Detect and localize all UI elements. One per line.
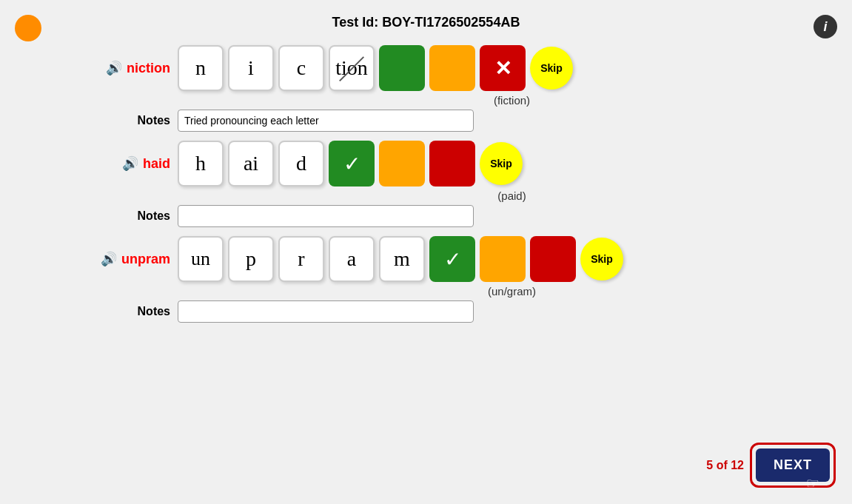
- score-red-unpram[interactable]: [530, 236, 576, 282]
- info-icon[interactable]: i: [814, 15, 837, 38]
- page-count: 5 of 12: [706, 459, 744, 472]
- word-row-unpram: 🔊 unpram un p r a m ✓ Skip: [89, 236, 852, 282]
- audio-icon-niction[interactable]: 🔊: [106, 60, 122, 76]
- audio-label-unpram[interactable]: 🔊 unpram: [89, 251, 170, 267]
- letter-h: h: [178, 141, 224, 187]
- check-mark-unpram: ✓: [444, 247, 461, 272]
- check-mark-haid: ✓: [343, 152, 360, 176]
- word-hint-haid: (paid): [172, 189, 852, 202]
- word-text-niction: niction: [127, 61, 170, 76]
- notes-row-haid: Notes: [89, 205, 852, 227]
- letter-ai: ai: [228, 141, 274, 187]
- footer: 5 of 12 NEXT ☞: [706, 448, 830, 482]
- word-hint-unpram: (un/gram): [172, 285, 852, 298]
- letter-un: un: [178, 236, 224, 282]
- word-text-haid: haid: [143, 156, 170, 172]
- letter-tion: tion: [329, 45, 375, 91]
- score-green-haid[interactable]: ✓: [329, 141, 375, 187]
- notes-input-haid[interactable]: [178, 205, 474, 227]
- notes-label-niction: Notes: [89, 114, 170, 127]
- score-red-niction[interactable]: ✕: [480, 45, 526, 91]
- notes-input-niction[interactable]: [178, 110, 474, 132]
- audio-icon-unpram[interactable]: 🔊: [101, 251, 117, 267]
- notes-input-unpram[interactable]: [178, 300, 474, 323]
- letter-c: c: [278, 45, 324, 91]
- letter-m: m: [379, 236, 425, 282]
- score-green-unpram[interactable]: ✓: [429, 236, 475, 282]
- word-hint-niction: (fiction): [172, 94, 852, 107]
- notes-row-niction: Notes: [89, 110, 852, 132]
- letter-d: d: [278, 141, 324, 187]
- cursor-icon: ☞: [806, 474, 819, 492]
- letter-p: p: [228, 236, 274, 282]
- letter-boxes-unpram: un p r a m ✓ Skip: [178, 236, 623, 282]
- next-button-wrapper: NEXT ☞: [756, 448, 830, 482]
- test-id-header: Test Id: BOY-TI1726502554AB: [0, 0, 852, 38]
- letter-i: i: [228, 45, 274, 91]
- score-red-haid[interactable]: [429, 141, 475, 187]
- skip-button-unpram[interactable]: Skip: [580, 238, 623, 280]
- skip-button-haid[interactable]: Skip: [480, 142, 523, 185]
- word-text-unpram: unpram: [121, 252, 170, 267]
- letter-boxes-niction: n i c tion ✕ Skip: [178, 45, 573, 91]
- orange-dot: [15, 15, 41, 41]
- notes-label-unpram: Notes: [89, 305, 170, 318]
- notes-row-unpram: Notes: [89, 300, 852, 323]
- letter-a: a: [329, 236, 375, 282]
- letter-boxes-haid: h ai d ✓ Skip: [178, 141, 523, 187]
- word-row-haid: 🔊 haid h ai d ✓ Skip: [89, 141, 852, 187]
- notes-label-haid: Notes: [89, 209, 170, 223]
- audio-icon-haid[interactable]: 🔊: [122, 155, 138, 172]
- audio-label-niction[interactable]: 🔊 niction: [89, 60, 170, 76]
- x-mark-niction: ✕: [494, 56, 511, 81]
- score-orange-unpram[interactable]: [480, 236, 526, 282]
- audio-label-haid[interactable]: 🔊 haid: [89, 155, 170, 172]
- skip-button-niction[interactable]: Skip: [530, 47, 573, 90]
- score-orange-haid[interactable]: [379, 141, 425, 187]
- letter-n: n: [178, 45, 224, 91]
- score-orange-niction[interactable]: [429, 45, 475, 91]
- score-green-niction[interactable]: [379, 45, 425, 91]
- letter-r: r: [278, 236, 324, 282]
- word-row-niction: 🔊 niction n i c tion ✕ Skip: [89, 45, 852, 91]
